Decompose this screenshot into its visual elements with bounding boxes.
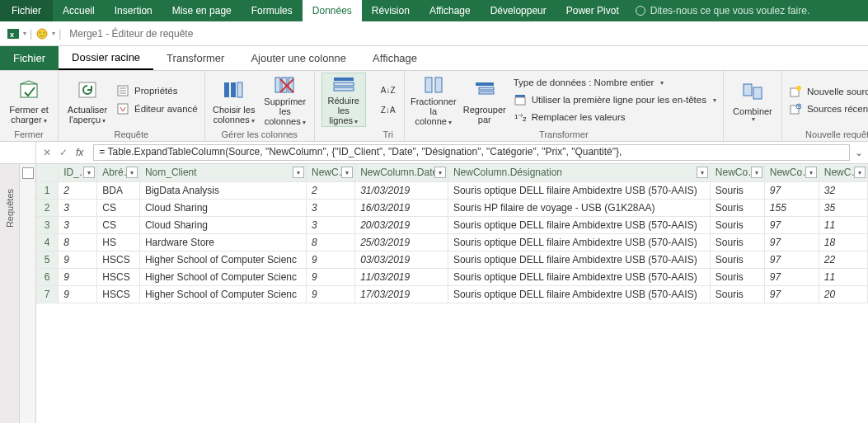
cell[interactable]: Souris optique DELL filaire Ambidextre U… — [448, 181, 710, 199]
reduce-rows-button[interactable]: Réduire les lignes▾ — [321, 73, 366, 127]
cell[interactable]: 03/03/2019 — [355, 251, 448, 268]
excel-tab-insertion[interactable]: Insertion — [105, 0, 162, 21]
sort-asc-button[interactable]: A↓Z — [379, 81, 397, 99]
cell[interactable]: Higher School of Computer Scienc — [139, 285, 306, 303]
excel-tab-mise-en-page[interactable]: Mise en page — [162, 0, 242, 21]
cell[interactable]: Souris — [710, 268, 764, 285]
cell[interactable]: HS — [97, 233, 140, 251]
emoji-icon[interactable] — [35, 27, 49, 40]
cell[interactable]: 97 — [764, 268, 819, 285]
cell[interactable]: 97 — [764, 285, 819, 303]
cell[interactable]: 16/03/2019 — [355, 199, 448, 216]
cell[interactable]: Souris optique DELL filaire Ambidextre U… — [448, 268, 710, 285]
properties-button[interactable]: Propriétés — [116, 82, 198, 99]
cell[interactable]: Higher School of Computer Scienc — [139, 268, 306, 285]
fx-confirm-icon[interactable]: ✓ — [59, 147, 68, 158]
cell[interactable]: 3 — [307, 199, 355, 216]
qat-dropdown2-icon[interactable]: ▾ — [52, 30, 55, 37]
cell[interactable]: CS — [97, 199, 140, 216]
cell[interactable]: 32 — [819, 181, 867, 199]
cell[interactable]: 35 — [819, 199, 867, 216]
pq-tab-transformer[interactable]: Transformer — [153, 46, 237, 70]
cell[interactable]: 11 — [819, 216, 867, 233]
column-filter-icon[interactable]: ▾ — [854, 167, 866, 178]
excel-tab-données[interactable]: Données — [303, 0, 362, 21]
cell[interactable]: 3 — [59, 216, 97, 233]
qat-dropdown-icon[interactable]: ▾ — [23, 30, 26, 37]
pq-tab-fichier[interactable]: Fichier — [0, 46, 59, 70]
row-number[interactable]: 3 — [36, 216, 59, 233]
column-filter-icon[interactable]: ▾ — [293, 167, 304, 178]
cell[interactable]: Souris optique DELL filaire Ambidextre U… — [448, 233, 710, 251]
table-row[interactable]: 59HSCSHigher School of Computer Scienc90… — [36, 251, 868, 268]
close-load-button[interactable]: Fermer et charger▾ — [7, 73, 51, 127]
cell[interactable]: Souris — [710, 233, 764, 251]
cell[interactable]: Souris — [710, 199, 764, 216]
column-header[interactable]: NewColumn.Désignation▾ — [448, 164, 710, 181]
row-number[interactable]: 4 — [36, 233, 59, 251]
excel-tab-affichage[interactable]: Affichage — [420, 0, 481, 21]
cell[interactable]: Cloud Sharing — [139, 199, 306, 216]
fx-cancel-icon[interactable]: ✕ — [43, 147, 51, 158]
table-row[interactable]: 33CSCloud Sharing320/03/2019Souris optiq… — [36, 216, 868, 233]
table-row[interactable]: 79HSCSHigher School of Computer Scienc91… — [36, 285, 868, 303]
column-filter-icon[interactable]: ▾ — [805, 167, 817, 178]
row-number[interactable]: 1 — [36, 181, 59, 199]
cell[interactable]: 155 — [764, 199, 819, 216]
cell[interactable]: BDA — [97, 181, 140, 199]
cell[interactable]: Hardware Store — [139, 233, 306, 251]
cell[interactable]: 25/03/2019 — [355, 233, 448, 251]
column-header[interactable]: NewColumn.Date▾ — [355, 164, 448, 181]
column-header[interactable]: NewC…▾ — [819, 164, 867, 181]
column-header[interactable]: NewC…▾ — [307, 164, 355, 181]
split-column-button[interactable]: Fractionner la colonne▾ — [411, 73, 456, 127]
refresh-button[interactable]: Actualiser l'aperçu▾ — [65, 73, 110, 127]
advanced-editor-button[interactable]: Éditeur avancé — [116, 101, 198, 117]
cell[interactable]: Souris — [710, 181, 764, 199]
cell[interactable]: HSCS — [97, 285, 140, 303]
column-header[interactable]: Abré…▾ — [97, 164, 140, 181]
excel-tab-formules[interactable]: Formules — [242, 0, 303, 21]
column-filter-icon[interactable]: ▾ — [126, 167, 138, 178]
column-filter-icon[interactable]: ▾ — [341, 167, 353, 178]
cell[interactable]: 9 — [59, 268, 97, 285]
excel-tab-fichier[interactable]: Fichier — [0, 0, 53, 21]
cell[interactable]: 97 — [764, 233, 819, 251]
cell[interactable]: 2 — [59, 181, 97, 199]
column-header[interactable]: NewCo…▾ — [710, 164, 764, 181]
pq-tab-dossier-racine[interactable]: Dossier racine — [59, 46, 153, 70]
cell[interactable]: HSCS — [97, 251, 140, 268]
delete-columns-button[interactable]: Supprimer les colonnes▾ — [263, 73, 307, 127]
cell[interactable]: 18 — [819, 233, 867, 251]
cell[interactable]: 97 — [764, 251, 819, 268]
excel-tab-accueil[interactable]: Accueil — [53, 0, 105, 21]
row-number[interactable]: 2 — [36, 199, 59, 216]
cell[interactable]: Souris — [710, 285, 764, 303]
column-filter-icon[interactable]: ▾ — [751, 167, 762, 178]
cell[interactable]: 9 — [307, 251, 355, 268]
cell[interactable]: Souris — [710, 251, 764, 268]
table-row[interactable]: 69HSCSHigher School of Computer Scienc91… — [36, 268, 868, 285]
cell[interactable]: 9 — [307, 285, 355, 303]
combine-button[interactable]: Combiner ▾ — [730, 73, 775, 127]
group-by-button[interactable]: Regrouper par — [462, 73, 507, 127]
table-row[interactable]: 48HSHardware Store825/03/2019Souris opti… — [36, 233, 868, 251]
new-source-button[interactable]: Nouvelle source▾ — [789, 83, 868, 100]
formula-input[interactable]: = Table.ExpandTableColumn(Source, "NewCo… — [93, 144, 850, 161]
cell[interactable]: Cloud Sharing — [139, 216, 306, 233]
cell[interactable]: CS — [97, 216, 140, 233]
table-row[interactable]: 12BDABigData Analysis231/03/2019Souris o… — [36, 181, 868, 199]
row-number[interactable]: 7 — [36, 285, 59, 303]
tellme-box[interactable]: Dites-nous ce que vous voulez faire. — [636, 0, 809, 21]
datatype-button[interactable]: Type de données : Nombre entier▾ — [514, 74, 716, 91]
excel-tab-révision[interactable]: Révision — [362, 0, 420, 21]
cell[interactable]: HSCS — [97, 268, 140, 285]
cell[interactable]: BigData Analysis — [139, 181, 306, 199]
row-number[interactable]: 5 — [36, 251, 59, 268]
column-filter-icon[interactable]: ▾ — [83, 167, 95, 178]
excel-tab-power-pivot[interactable]: Power Pivot — [556, 0, 629, 21]
cell[interactable]: Higher School of Computer Scienc — [139, 251, 306, 268]
cell[interactable]: Souris optique DELL filaire Ambidextre U… — [448, 251, 710, 268]
cell[interactable]: Souris — [710, 216, 764, 233]
cell[interactable]: 22 — [819, 251, 867, 268]
